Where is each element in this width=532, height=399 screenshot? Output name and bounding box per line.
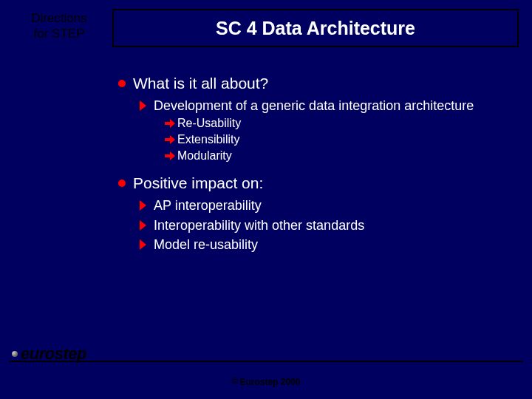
bullet-l1-text: What is it all about? <box>133 74 268 93</box>
bullet-l1: Positive impact on: <box>118 174 517 193</box>
bullet-dot-icon <box>118 80 126 87</box>
half-arrow-icon <box>139 219 148 231</box>
slide-title: SC 4 Data Architecture <box>216 18 415 39</box>
header-line2: for STEP <box>15 26 103 41</box>
copyright-text: Eurostep 2000 <box>239 377 300 387</box>
footer-rule <box>9 361 523 362</box>
bullet-dot-icon <box>118 180 126 187</box>
bullet-l2: Interoperability with other standards <box>139 217 517 234</box>
arrow-right-icon <box>164 134 176 146</box>
title-box: SC 4 Data Architecture <box>112 9 519 47</box>
content-area: What is it all about? Development of a g… <box>118 68 517 255</box>
bullet-l3-text: Extensibility <box>177 132 239 147</box>
bullet-l2-text: Interoperability with other standards <box>154 217 364 234</box>
bullet-l2: AP interoperability <box>139 197 517 214</box>
bullet-l3: Extensibility <box>164 132 517 147</box>
bullet-l2-text: AP interoperability <box>154 197 262 214</box>
bullet-l2-text: Development of a generic data integratio… <box>154 98 474 115</box>
logo-ball-icon <box>12 351 18 357</box>
header-line1: Directions <box>15 10 103 26</box>
bullet-l1-text: Positive impact on: <box>133 174 263 193</box>
half-arrow-icon <box>139 100 148 112</box>
half-arrow-icon <box>139 200 148 211</box>
bullet-l3-text: Modularity <box>177 149 232 163</box>
bullet-l2-text: Model re-usability <box>154 236 258 253</box>
arrow-right-icon <box>164 150 176 162</box>
half-arrow-icon <box>139 239 148 250</box>
bullet-l2: Model re-usability <box>139 236 517 253</box>
bullet-l3: Re-Usability <box>164 116 517 131</box>
copyright-icon: © <box>232 376 239 386</box>
arrow-right-icon <box>164 117 176 129</box>
bullet-l3-text: Re-Usability <box>177 116 241 131</box>
bullet-l2: Development of a generic data integratio… <box>139 98 517 115</box>
header-label: Directions for STEP <box>15 10 103 42</box>
bullet-l1: What is it all about? <box>118 74 517 93</box>
bullet-l3: Modularity <box>164 149 517 163</box>
copyright: ©Eurostep 2000 <box>0 376 532 387</box>
